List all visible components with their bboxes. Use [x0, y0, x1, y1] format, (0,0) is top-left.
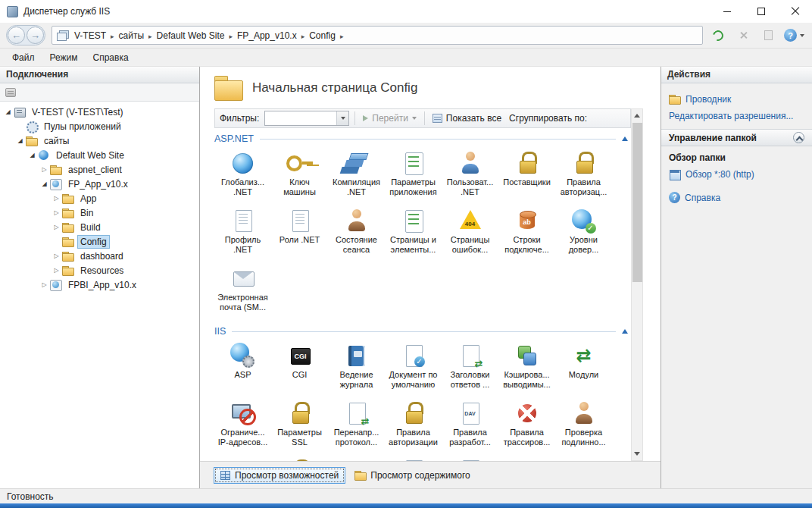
feature-tile[interactable]: Ведение журнала: [328, 340, 385, 398]
tree-expander-icon[interactable]: [52, 205, 61, 220]
feature-tile[interactable]: Модули: [555, 340, 612, 398]
app-icon: [50, 178, 62, 190]
minimize-button[interactable]: [710, 0, 744, 23]
tab-features-view[interactable]: Просмотр возможностей: [214, 467, 345, 484]
show-all-button[interactable]: Показать все: [430, 111, 504, 125]
feature-tile[interactable]: Параметры SSL: [271, 398, 328, 456]
feature-tile[interactable]: Уровни довер...: [555, 205, 612, 263]
tree-item[interactable]: FPBI_App_v10.x: [0, 278, 199, 292]
go-button[interactable]: Перейти: [361, 111, 419, 125]
feature-tile[interactable]: Перенапр... протокол...: [328, 398, 385, 456]
tree-expander-icon[interactable]: [27, 148, 37, 162]
section-collapse-icon[interactable]: [622, 329, 628, 334]
feature-tile[interactable]: Глобализ... .NET: [214, 148, 271, 205]
tree-item[interactable]: Config: [0, 234, 199, 249]
breadcrumb-item[interactable]: V-TEST: [72, 29, 108, 42]
feature-tile[interactable]: Ограниче... IP-адресов...: [214, 398, 271, 456]
feature-tile-label: Проверка подлинно...: [555, 428, 612, 447]
feature-tile[interactable]: Правила авторизац...: [555, 148, 612, 205]
menu-item[interactable]: Режим: [42, 50, 86, 65]
breadcrumb-bar[interactable]: V-TESTсайтыDefault Web SiteFP_App_v10.xC…: [52, 26, 703, 45]
tree-item-label: dashboard: [77, 249, 126, 263]
scroll-up-icon[interactable]: [632, 110, 642, 121]
section-collapse-icon[interactable]: [622, 136, 628, 141]
tree-item[interactable]: App: [0, 191, 199, 205]
feature-tile[interactable]: Документ по умолчанию: [385, 340, 442, 398]
stop-button[interactable]: [734, 27, 752, 45]
tree-item[interactable]: aspnet_client: [0, 162, 199, 177]
tree-item[interactable]: Пулы приложений: [0, 119, 199, 133]
feature-tile[interactable]: Заголовки ответов ...: [442, 340, 498, 398]
page-button[interactable]: [759, 27, 777, 45]
maximize-button[interactable]: [744, 0, 778, 23]
breadcrumb-item[interactable]: сайты: [117, 29, 147, 42]
feature-tile[interactable]: [214, 456, 271, 461]
collapse-icon[interactable]: [793, 132, 804, 143]
feature-tile[interactable]: Страницы и элементы...: [385, 205, 442, 263]
help-menu-button[interactable]: [784, 29, 804, 42]
filter-combobox[interactable]: [264, 111, 349, 126]
forward-button[interactable]: [27, 27, 44, 44]
tree-expander-icon[interactable]: [52, 220, 61, 234]
chevron-down-icon[interactable]: [336, 111, 348, 125]
close-button[interactable]: [778, 0, 812, 23]
feature-tile[interactable]: Компиляция .NET: [328, 148, 385, 205]
tree-item[interactable]: V-TEST (V-TEST\Test): [0, 105, 199, 119]
scroll-down-icon[interactable]: [632, 448, 642, 459]
breadcrumb-item[interactable]: Config: [307, 29, 338, 42]
tree-item[interactable]: Resources: [0, 263, 199, 278]
tree-expander-icon[interactable]: [52, 263, 61, 278]
vertical-scrollbar[interactable]: [631, 108, 643, 461]
breadcrumb-item[interactable]: FP_App_v10.x: [235, 29, 299, 42]
tree-expander-icon[interactable]: [3, 105, 13, 119]
tree-item[interactable]: сайты: [0, 133, 199, 148]
connect-icon[interactable]: [5, 88, 16, 97]
app-icon: [50, 279, 62, 290]
tree-item[interactable]: FP_App_v10.x: [0, 177, 199, 191]
feature-tile[interactable]: Состояние сеанса: [328, 205, 385, 263]
tab-content-view[interactable]: Просмотр содержимого: [348, 467, 476, 484]
tree-item[interactable]: Build: [0, 220, 199, 234]
feature-tile[interactable]: Страницы ошибок...: [442, 205, 498, 263]
tree-expander-icon[interactable]: [39, 162, 49, 177]
back-button[interactable]: [8, 27, 25, 44]
feature-tile[interactable]: Проверка подлинно...: [555, 398, 612, 456]
feature-tile[interactable]: Электронная почта (SM...: [214, 263, 271, 321]
feature-tile[interactable]: Правила авторизации: [385, 398, 442, 456]
feature-tile[interactable]: Правила трассиров...: [498, 398, 555, 456]
tree-expander-icon[interactable]: [15, 133, 25, 148]
feature-tile[interactable]: Роли .NET: [271, 205, 328, 263]
feature-tile[interactable]: [271, 456, 328, 461]
feature-tile[interactable]: Правила разработ...: [442, 398, 498, 456]
scrollbar-thumb[interactable]: [632, 123, 642, 282]
feature-tile[interactable]: Профиль .NET: [214, 205, 271, 263]
menu-item[interactable]: Справка: [86, 50, 136, 65]
feature-tile[interactable]: [498, 456, 555, 461]
feature-tile[interactable]: Поставщики: [498, 148, 555, 205]
action-link[interactable]: Редактировать разрешения...: [669, 111, 804, 121]
feature-tile[interactable]: Ключ машины: [271, 148, 328, 205]
feature-tile[interactable]: ASP: [214, 340, 271, 398]
action-link[interactable]: Справка: [669, 192, 804, 203]
tree-expander-icon[interactable]: [52, 191, 61, 205]
feature-tile[interactable]: [328, 456, 385, 461]
action-link[interactable]: Обзор *:80 (http): [669, 169, 804, 180]
breadcrumb-item[interactable]: Default Web Site: [155, 29, 227, 42]
feature-tile[interactable]: Параметры приложения: [385, 148, 442, 205]
tree-item[interactable]: Bin: [0, 205, 199, 220]
action-link[interactable]: Проводник: [669, 94, 804, 105]
tree-item[interactable]: dashboard: [0, 249, 199, 263]
feature-tile[interactable]: [442, 456, 498, 461]
tree-item[interactable]: Default Web Site: [0, 148, 199, 162]
restart-button[interactable]: [709, 27, 727, 45]
actions-section-header[interactable]: Управление папкой: [661, 129, 812, 146]
feature-tile[interactable]: Кэширова... выводимы...: [498, 340, 555, 398]
feature-tile[interactable]: CGI: [271, 340, 328, 398]
tree-expander-icon[interactable]: [39, 278, 49, 292]
feature-tile[interactable]: Строки подключе...: [498, 205, 555, 263]
feature-tile[interactable]: [385, 456, 442, 461]
menu-item[interactable]: Файл: [5, 50, 42, 65]
tree-expander-icon[interactable]: [39, 177, 49, 191]
tree-expander-icon[interactable]: [52, 249, 61, 263]
feature-tile[interactable]: Пользоват... .NET: [442, 148, 498, 205]
